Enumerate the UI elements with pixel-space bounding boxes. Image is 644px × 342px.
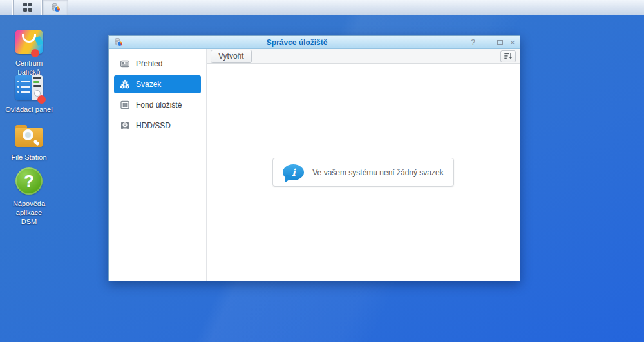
window-controls: ? — ×: [471, 38, 515, 47]
sidebar-item-label: Svazek: [136, 80, 161, 89]
package-center-icon: [14, 26, 44, 57]
content-area: i Ve vašem systému není žádný svazek: [207, 64, 520, 281]
main-menu-icon: [23, 3, 33, 12]
notification-badge: [37, 95, 46, 104]
desktop-icon-label: Ovládací panel: [0, 106, 58, 115]
window-titlebar[interactable]: Správce úložiště ? — ×: [109, 36, 520, 49]
help-button[interactable]: ?: [471, 39, 475, 46]
storage-pool-icon: [120, 100, 130, 110]
volume-cubes-icon: [120, 79, 130, 90]
main-menu-button[interactable]: [14, 0, 43, 15]
taskbar-left-segment: [0, 0, 14, 15]
sidebar-item-svazek[interactable]: Svazek: [114, 75, 201, 93]
desktop-icon-label: File Station: [0, 153, 58, 162]
window-title: Správce úložiště: [123, 38, 471, 47]
dsm-help-icon: ?: [14, 166, 44, 197]
storage-manager-icon: [50, 3, 61, 13]
create-button[interactable]: Vytvořit: [211, 50, 252, 63]
storage-manager-window: Správce úložiště ? — × Přehled: [108, 35, 520, 281]
desktop-icon-file-station[interactable]: File Station: [0, 120, 58, 162]
minimize-button[interactable]: —: [482, 39, 490, 46]
sidebar-item-hdd-ssd[interactable]: HDD/SSD: [114, 117, 201, 135]
list-sort-icon: [504, 52, 513, 61]
desktop-icon-package-center[interactable]: Centrum balíčků: [0, 26, 58, 77]
empty-volume-message: Ve vašem systému není žádný svazek: [312, 168, 443, 177]
desktop-icon-label: Nápověda aplikace DSM: [0, 200, 58, 226]
close-button[interactable]: ×: [510, 38, 515, 47]
desktop-icon-control-panel[interactable]: Ovládací panel: [0, 72, 58, 115]
overview-icon: [120, 59, 130, 69]
info-bubble-icon: i: [283, 164, 304, 180]
desktop-icon-dsm-help[interactable]: ? Nápověda aplikace DSM: [0, 166, 58, 226]
maximize-button[interactable]: [497, 40, 503, 45]
taskbar-app-storage-manager[interactable]: [43, 0, 68, 15]
file-station-icon: [14, 120, 44, 151]
collapse-sort-button[interactable]: [500, 50, 516, 62]
sidebar: Přehled Svazek: [109, 49, 207, 281]
sidebar-item-fond-uloziste[interactable]: Fond úložiště: [114, 96, 201, 114]
taskbar: [0, 0, 644, 15]
sidebar-item-label: Přehled: [136, 59, 162, 68]
sidebar-item-label: Fond úložiště: [136, 100, 182, 109]
hdd-icon: [120, 120, 130, 131]
empty-volume-info-box: i Ve vašem systému není žádný svazek: [272, 158, 453, 187]
sidebar-item-label: HDD/SSD: [136, 121, 171, 130]
toolbar: Vytvořit: [207, 49, 520, 64]
sidebar-item-prehled[interactable]: Přehled: [114, 55, 201, 73]
control-panel-icon: [14, 72, 44, 103]
notification-badge: [31, 49, 39, 57]
storage-manager-icon: [113, 37, 123, 47]
